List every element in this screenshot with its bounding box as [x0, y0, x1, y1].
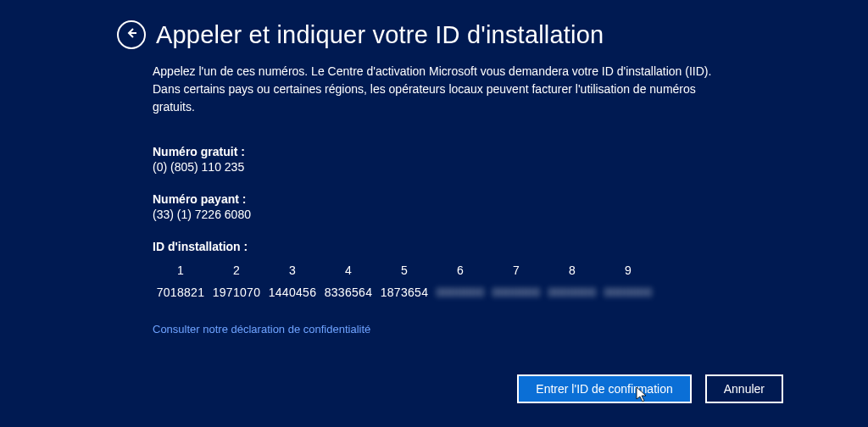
installation-id-column-value: 1971070 [213, 286, 261, 299]
installation-id-table: 1701882121971070314404564833656451873654… [153, 263, 783, 299]
installation-id-column: 51873654 [376, 263, 432, 299]
installation-id-column-number: 9 [625, 263, 632, 277]
installation-id-column: 70000000 [488, 263, 544, 299]
installation-id-column: 21971070 [209, 263, 264, 299]
paid-number-label: Numéro payant : [153, 192, 783, 206]
free-number-label: Numéro gratuit : [153, 145, 783, 158]
installation-id-column-value: 7018821 [157, 286, 205, 299]
installation-id-column-value: 1440456 [269, 286, 317, 299]
installation-id-column: 90000000 [600, 263, 656, 299]
installation-id-column-number: 3 [289, 263, 296, 277]
installation-id-column-number: 5 [401, 263, 408, 277]
installation-id-column: 60000000 [432, 263, 488, 299]
privacy-link[interactable]: Consulter notre déclaration de confident… [153, 323, 783, 336]
installation-id-column-value: 1873654 [381, 286, 429, 299]
installation-id-column-number: 2 [233, 263, 240, 277]
installation-id-column-value: 0000000 [604, 286, 653, 299]
cancel-button[interactable]: Annuler [705, 374, 783, 403]
description-text: Appelez l'un de ces numéros. Le Centre d… [153, 63, 712, 116]
installation-id-column-value: 8336564 [325, 286, 373, 299]
installation-id-column-value: 0000000 [548, 286, 597, 299]
enter-confirmation-id-button[interactable]: Entrer l'ID de confirmation [517, 374, 691, 403]
installation-id-column: 17018821 [153, 263, 209, 299]
installation-id-column: 31440456 [264, 263, 320, 299]
installation-id-column-number: 6 [457, 263, 464, 277]
installation-id-column-value: 0000000 [437, 286, 485, 299]
arrow-left-icon [125, 26, 138, 43]
paid-number-value: (33) (1) 7226 6080 [153, 208, 783, 221]
installation-id-column-number: 4 [345, 263, 352, 277]
back-button[interactable] [117, 20, 146, 49]
installation-id-column-number: 7 [513, 263, 520, 277]
page-title: Appeler et indiquer votre ID d'installat… [156, 21, 604, 49]
installation-id-column-number: 8 [569, 263, 576, 277]
installation-id-column: 48336564 [320, 263, 376, 299]
installation-id-label: ID d'installation : [153, 240, 783, 253]
installation-id-column-value: 0000000 [492, 286, 541, 299]
installation-id-column-number: 1 [177, 263, 184, 277]
free-number-value: (0) (805) 110 235 [153, 160, 783, 174]
installation-id-column: 80000000 [544, 263, 600, 299]
